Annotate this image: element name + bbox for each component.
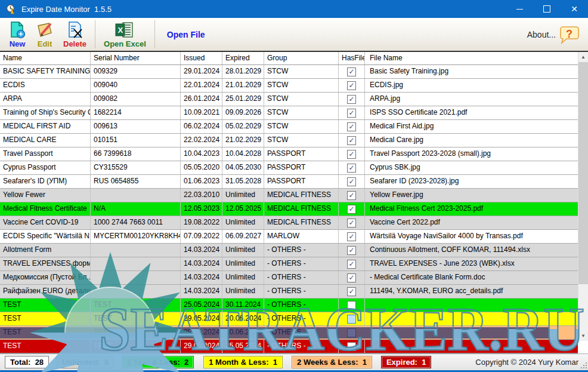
cell-expired: 05.02.2029 [222, 120, 264, 133]
table-row[interactable]: Training of Ship's Security O...16822141… [0, 106, 578, 120]
hasfile-checkbox-checked[interactable]: ✓ [347, 67, 356, 76]
table-row[interactable]: TESTTEST29.05.202425.05.2024- OTHERS - [0, 340, 578, 353]
column-header-hasfile[interactable]: HasFile [339, 52, 365, 64]
hasfile-checkbox-checked[interactable]: ✓ [347, 219, 356, 227]
svg-text:!: ! [13, 9, 14, 13]
hasfile-checkbox-unchecked[interactable] [347, 342, 356, 351]
app-clock-warning-icon: ! [6, 4, 17, 14]
table-row[interactable]: Medical Fitness CertificateN/A12.05.2023… [0, 202, 578, 216]
cell-expired: 12.05.2025 [222, 202, 264, 216]
cell-name: Medical Fitness Certificate [0, 202, 91, 216]
hasfile-checkbox-checked[interactable]: ✓ [347, 136, 356, 145]
cell-hasfile [339, 340, 365, 353]
cell-serial [91, 271, 181, 284]
hasfile-checkbox-checked[interactable]: ✓ [347, 205, 356, 214]
hasfile-checkbox-unchecked[interactable] [347, 328, 356, 337]
hasfile-checkbox-unchecked[interactable] [347, 301, 356, 310]
table-row[interactable]: BASIC SAFETY TRAINING00932929.01.202428.… [0, 65, 578, 79]
scroll-down-icon[interactable]: ▼ [578, 331, 588, 341]
cell-name: TEST [0, 312, 91, 325]
maximize-icon [543, 5, 550, 13]
hasfile-checkbox-checked[interactable]: ✓ [347, 177, 356, 186]
about-button[interactable]: About... ? [527, 18, 584, 51]
hasfile-checkbox-checked[interactable]: ✓ [347, 246, 356, 255]
cell-issued: 10.09.2021 [181, 106, 222, 119]
table-row[interactable]: ARPA00908226.01.202425.01.2029STCW✓ARPA.… [0, 93, 578, 106]
table-row[interactable]: TRAVEL EXPENSES форма14.03.2024Unlimited… [0, 257, 578, 271]
hasfile-checkbox-checked[interactable]: ✓ [347, 150, 356, 159]
column-header-serial[interactable]: Serial Number [91, 52, 181, 64]
cell-name: Allotment Form [0, 244, 91, 257]
hasfile-checkbox-checked[interactable]: ✓ [347, 191, 356, 200]
edit-button[interactable]: Edit [31, 18, 58, 51]
scrollbar-thumb[interactable] [578, 62, 588, 284]
open-file-button[interactable]: Open File [159, 18, 213, 51]
status-panels: Total: 28Unlimited: 61 Year & Less: 21 M… [0, 356, 431, 368]
table-row[interactable]: Travel Passport66 739961810.04.202310.04… [0, 147, 578, 161]
column-header-group[interactable]: Group [264, 52, 339, 64]
cell-group: - OTHERS - [264, 299, 339, 312]
cell-expired: Unlimited [222, 257, 264, 270]
cell-filename: Cyprus SBK.jpg [365, 161, 578, 174]
cell-name: TEST [0, 299, 91, 312]
vertical-scrollbar[interactable]: ▲ ▼ [578, 52, 588, 341]
cell-filename: ECDIS.jpg [365, 79, 578, 92]
cell-issued: 26.01.2024 [181, 93, 222, 106]
cell-issued: 29.05.2024 [181, 340, 222, 353]
table-row[interactable]: Cyprus PassportCY31552905.05.202004.05.2… [0, 161, 578, 175]
table-row[interactable]: MEDICAL CARE01015122.02.202421.02.2029ST… [0, 134, 578, 147]
svg-text:X: X [118, 26, 123, 35]
hasfile-checkbox-checked[interactable]: ✓ [347, 260, 356, 269]
cell-serial: MYCERTM00120YKR8KH4... [91, 230, 181, 243]
svg-text:?: ? [566, 28, 572, 40]
hasfile-checkbox-checked[interactable]: ✓ [347, 95, 356, 104]
cell-hasfile: ✓ [339, 147, 365, 161]
table-row[interactable]: Allotment Form14.03.2024Unlimited- OTHER… [0, 244, 578, 257]
table-row[interactable]: Seafarer's ID (УПМ)RUS 065485501.06.2023… [0, 175, 578, 189]
column-header-expired[interactable]: Expired [222, 52, 264, 64]
column-header-name[interactable]: Name [0, 52, 91, 64]
hasfile-checkbox-checked[interactable]: ✓ [347, 122, 356, 131]
delete-button[interactable]: Delete [58, 18, 91, 51]
new-button[interactable]: New [4, 18, 31, 51]
hasfile-checkbox-checked[interactable]: ✓ [347, 232, 356, 241]
table-row[interactable]: TESTTEST29.05.202410.06.2024- OTHERS - [0, 326, 578, 340]
column-header-issued[interactable]: Issued [181, 52, 222, 64]
column-header-file[interactable]: File Name [365, 52, 578, 64]
cell-hasfile: ✓ [339, 106, 365, 119]
hasfile-checkbox-checked[interactable]: ✓ [347, 287, 356, 296]
table-row[interactable]: Vaccine Cert COVID-191000 2744 7663 0011… [0, 216, 578, 230]
maximize-button[interactable] [533, 0, 561, 18]
hasfile-checkbox-checked[interactable]: ✓ [347, 81, 356, 90]
table-row[interactable]: ECDIS Specific "Wärtsilä N...MYCERTM0012… [0, 230, 578, 244]
cell-issued: 05.05.2020 [181, 161, 222, 174]
resize-grip[interactable] [581, 362, 587, 368]
cell-filename: ARPA.jpg [365, 93, 578, 106]
cell-group: MEDICAL FITNESS [264, 189, 339, 202]
table-row[interactable]: Yellow Fewer22.03.2010UnlimitedMEDICAL F… [0, 189, 578, 202]
toolbar-separator [95, 20, 95, 48]
minimize-button[interactable] [506, 0, 533, 18]
hasfile-checkbox-checked[interactable]: ✓ [347, 273, 356, 282]
cell-hasfile: ✓ [339, 202, 365, 216]
cell-filename: Wärtsilä Voyage NaviSailor 4000 by Trans… [365, 230, 578, 243]
table-row[interactable]: TESTTEST29.05.202420.06.2024- OTHERS - [0, 312, 578, 326]
table-row[interactable]: Райфайзен EURO (детали...14.03.2024Unlim… [0, 285, 578, 299]
table-row[interactable]: MEDICAL FIRST AID00961306.02.202405.02.2… [0, 120, 578, 134]
hasfile-checkbox-unchecked[interactable] [347, 315, 356, 324]
scroll-up-icon[interactable]: ▲ [578, 52, 588, 62]
hasfile-checkbox-checked[interactable]: ✓ [347, 109, 356, 118]
table-row[interactable]: TESTTEST25.05.202430.11.2024- OTHERS - [0, 299, 578, 312]
hasfile-checkbox-checked[interactable]: ✓ [347, 164, 356, 173]
open-excel-button[interactable]: X Open Excel [99, 18, 151, 51]
cell-group: - OTHERS - [264, 340, 339, 353]
table-row[interactable]: Медкомиссия (Пустой Бл...14.03.2024Unlim… [0, 271, 578, 285]
close-button[interactable]: ✕ [561, 0, 588, 18]
app-window: ! Expire Date Monitor 1.5.5 ✕ New Edit [0, 0, 588, 372]
cell-name: Медкомиссия (Пустой Бл... [0, 271, 91, 284]
cell-serial [91, 244, 181, 257]
cell-expired: 30.11.2024 [222, 299, 264, 312]
table-row[interactable]: ECDIS00904022.01.202421.01.2029STCW✓ECDI… [0, 79, 578, 93]
new-button-label: New [10, 39, 26, 48]
cell-expired: 31.05.2028 [222, 175, 264, 188]
